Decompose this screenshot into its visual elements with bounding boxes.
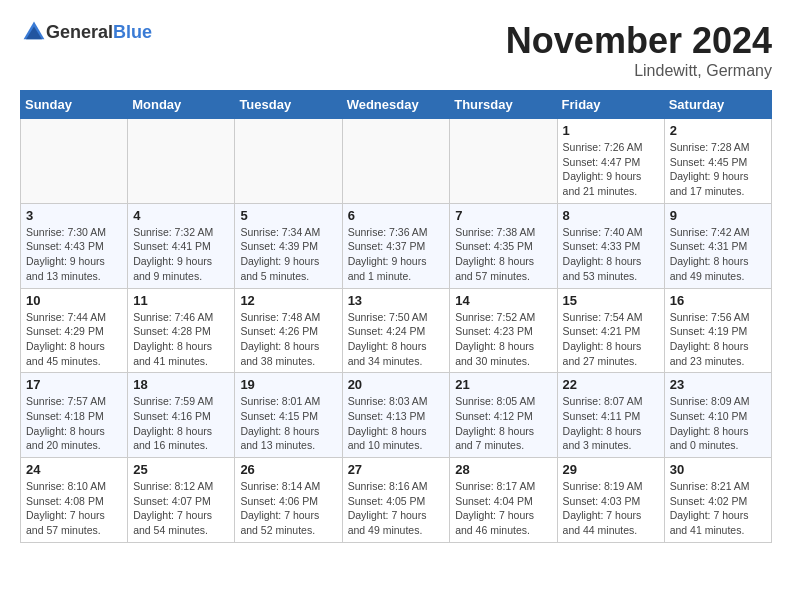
day-header-saturday: Saturday <box>664 91 771 119</box>
day-info: Sunrise: 7:54 AM Sunset: 4:21 PM Dayligh… <box>563 310 659 369</box>
calendar-cell <box>21 119 128 204</box>
calendar-cell: 30Sunrise: 8:21 AM Sunset: 4:02 PM Dayli… <box>664 458 771 543</box>
day-number: 29 <box>563 462 659 477</box>
day-info: Sunrise: 7:34 AM Sunset: 4:39 PM Dayligh… <box>240 225 336 284</box>
day-info: Sunrise: 8:03 AM Sunset: 4:13 PM Dayligh… <box>348 394 445 453</box>
logo: GeneralBlue <box>20 20 152 44</box>
day-info: Sunrise: 8:09 AM Sunset: 4:10 PM Dayligh… <box>670 394 766 453</box>
month-title: November 2024 <box>506 20 772 62</box>
day-info: Sunrise: 7:30 AM Sunset: 4:43 PM Dayligh… <box>26 225 122 284</box>
calendar-cell: 4Sunrise: 7:32 AM Sunset: 4:41 PM Daylig… <box>128 203 235 288</box>
calendar-cell: 25Sunrise: 8:12 AM Sunset: 4:07 PM Dayli… <box>128 458 235 543</box>
calendar-week-2: 3Sunrise: 7:30 AM Sunset: 4:43 PM Daylig… <box>21 203 772 288</box>
day-info: Sunrise: 8:14 AM Sunset: 4:06 PM Dayligh… <box>240 479 336 538</box>
day-info: Sunrise: 7:52 AM Sunset: 4:23 PM Dayligh… <box>455 310 551 369</box>
calendar-cell <box>342 119 450 204</box>
day-number: 2 <box>670 123 766 138</box>
title-area: November 2024 Lindewitt, Germany <box>506 20 772 80</box>
calendar-cell: 26Sunrise: 8:14 AM Sunset: 4:06 PM Dayli… <box>235 458 342 543</box>
day-header-tuesday: Tuesday <box>235 91 342 119</box>
day-number: 21 <box>455 377 551 392</box>
calendar-header-row: SundayMondayTuesdayWednesdayThursdayFrid… <box>21 91 772 119</box>
calendar-cell: 18Sunrise: 7:59 AM Sunset: 4:16 PM Dayli… <box>128 373 235 458</box>
day-number: 11 <box>133 293 229 308</box>
day-info: Sunrise: 8:07 AM Sunset: 4:11 PM Dayligh… <box>563 394 659 453</box>
day-header-thursday: Thursday <box>450 91 557 119</box>
day-info: Sunrise: 8:05 AM Sunset: 4:12 PM Dayligh… <box>455 394 551 453</box>
logo-text-general: General <box>46 22 113 42</box>
header-area: GeneralBlue November 2024 Lindewitt, Ger… <box>20 20 772 80</box>
calendar-week-5: 24Sunrise: 8:10 AM Sunset: 4:08 PM Dayli… <box>21 458 772 543</box>
calendar-cell: 9Sunrise: 7:42 AM Sunset: 4:31 PM Daylig… <box>664 203 771 288</box>
day-number: 3 <box>26 208 122 223</box>
calendar-cell: 21Sunrise: 8:05 AM Sunset: 4:12 PM Dayli… <box>450 373 557 458</box>
day-number: 13 <box>348 293 445 308</box>
day-info: Sunrise: 7:56 AM Sunset: 4:19 PM Dayligh… <box>670 310 766 369</box>
calendar-cell: 5Sunrise: 7:34 AM Sunset: 4:39 PM Daylig… <box>235 203 342 288</box>
day-number: 5 <box>240 208 336 223</box>
day-number: 30 <box>670 462 766 477</box>
calendar-body: 1Sunrise: 7:26 AM Sunset: 4:47 PM Daylig… <box>21 119 772 543</box>
calendar-week-1: 1Sunrise: 7:26 AM Sunset: 4:47 PM Daylig… <box>21 119 772 204</box>
calendar-cell: 16Sunrise: 7:56 AM Sunset: 4:19 PM Dayli… <box>664 288 771 373</box>
calendar-cell: 14Sunrise: 7:52 AM Sunset: 4:23 PM Dayli… <box>450 288 557 373</box>
calendar-cell: 3Sunrise: 7:30 AM Sunset: 4:43 PM Daylig… <box>21 203 128 288</box>
day-number: 18 <box>133 377 229 392</box>
day-info: Sunrise: 7:59 AM Sunset: 4:16 PM Dayligh… <box>133 394 229 453</box>
day-number: 9 <box>670 208 766 223</box>
day-number: 8 <box>563 208 659 223</box>
day-info: Sunrise: 8:12 AM Sunset: 4:07 PM Dayligh… <box>133 479 229 538</box>
calendar-cell <box>450 119 557 204</box>
day-header-wednesday: Wednesday <box>342 91 450 119</box>
day-info: Sunrise: 8:16 AM Sunset: 4:05 PM Dayligh… <box>348 479 445 538</box>
day-info: Sunrise: 7:44 AM Sunset: 4:29 PM Dayligh… <box>26 310 122 369</box>
day-info: Sunrise: 8:17 AM Sunset: 4:04 PM Dayligh… <box>455 479 551 538</box>
calendar-cell: 10Sunrise: 7:44 AM Sunset: 4:29 PM Dayli… <box>21 288 128 373</box>
day-info: Sunrise: 7:32 AM Sunset: 4:41 PM Dayligh… <box>133 225 229 284</box>
day-number: 23 <box>670 377 766 392</box>
day-number: 10 <box>26 293 122 308</box>
calendar-week-4: 17Sunrise: 7:57 AM Sunset: 4:18 PM Dayli… <box>21 373 772 458</box>
day-number: 22 <box>563 377 659 392</box>
calendar-cell: 13Sunrise: 7:50 AM Sunset: 4:24 PM Dayli… <box>342 288 450 373</box>
logo-text-blue: Blue <box>113 22 152 42</box>
day-header-monday: Monday <box>128 91 235 119</box>
calendar-cell: 6Sunrise: 7:36 AM Sunset: 4:37 PM Daylig… <box>342 203 450 288</box>
calendar-cell: 28Sunrise: 8:17 AM Sunset: 4:04 PM Dayli… <box>450 458 557 543</box>
day-number: 19 <box>240 377 336 392</box>
day-info: Sunrise: 7:57 AM Sunset: 4:18 PM Dayligh… <box>26 394 122 453</box>
day-header-sunday: Sunday <box>21 91 128 119</box>
day-number: 20 <box>348 377 445 392</box>
day-number: 14 <box>455 293 551 308</box>
day-number: 4 <box>133 208 229 223</box>
calendar-cell: 19Sunrise: 8:01 AM Sunset: 4:15 PM Dayli… <box>235 373 342 458</box>
calendar-cell: 15Sunrise: 7:54 AM Sunset: 4:21 PM Dayli… <box>557 288 664 373</box>
calendar-cell: 23Sunrise: 8:09 AM Sunset: 4:10 PM Dayli… <box>664 373 771 458</box>
day-number: 28 <box>455 462 551 477</box>
day-info: Sunrise: 8:01 AM Sunset: 4:15 PM Dayligh… <box>240 394 336 453</box>
calendar-cell <box>128 119 235 204</box>
day-info: Sunrise: 7:40 AM Sunset: 4:33 PM Dayligh… <box>563 225 659 284</box>
calendar-cell <box>235 119 342 204</box>
day-number: 7 <box>455 208 551 223</box>
day-info: Sunrise: 7:48 AM Sunset: 4:26 PM Dayligh… <box>240 310 336 369</box>
day-info: Sunrise: 8:21 AM Sunset: 4:02 PM Dayligh… <box>670 479 766 538</box>
calendar-cell: 22Sunrise: 8:07 AM Sunset: 4:11 PM Dayli… <box>557 373 664 458</box>
day-number: 15 <box>563 293 659 308</box>
day-header-friday: Friday <box>557 91 664 119</box>
day-number: 25 <box>133 462 229 477</box>
day-number: 27 <box>348 462 445 477</box>
location-title: Lindewitt, Germany <box>506 62 772 80</box>
calendar-cell: 29Sunrise: 8:19 AM Sunset: 4:03 PM Dayli… <box>557 458 664 543</box>
day-info: Sunrise: 7:38 AM Sunset: 4:35 PM Dayligh… <box>455 225 551 284</box>
calendar-cell: 20Sunrise: 8:03 AM Sunset: 4:13 PM Dayli… <box>342 373 450 458</box>
calendar-cell: 1Sunrise: 7:26 AM Sunset: 4:47 PM Daylig… <box>557 119 664 204</box>
day-number: 24 <box>26 462 122 477</box>
day-number: 26 <box>240 462 336 477</box>
logo-icon <box>22 20 46 44</box>
calendar-table: SundayMondayTuesdayWednesdayThursdayFrid… <box>20 90 772 543</box>
day-info: Sunrise: 8:10 AM Sunset: 4:08 PM Dayligh… <box>26 479 122 538</box>
day-number: 1 <box>563 123 659 138</box>
calendar-cell: 27Sunrise: 8:16 AM Sunset: 4:05 PM Dayli… <box>342 458 450 543</box>
day-number: 12 <box>240 293 336 308</box>
